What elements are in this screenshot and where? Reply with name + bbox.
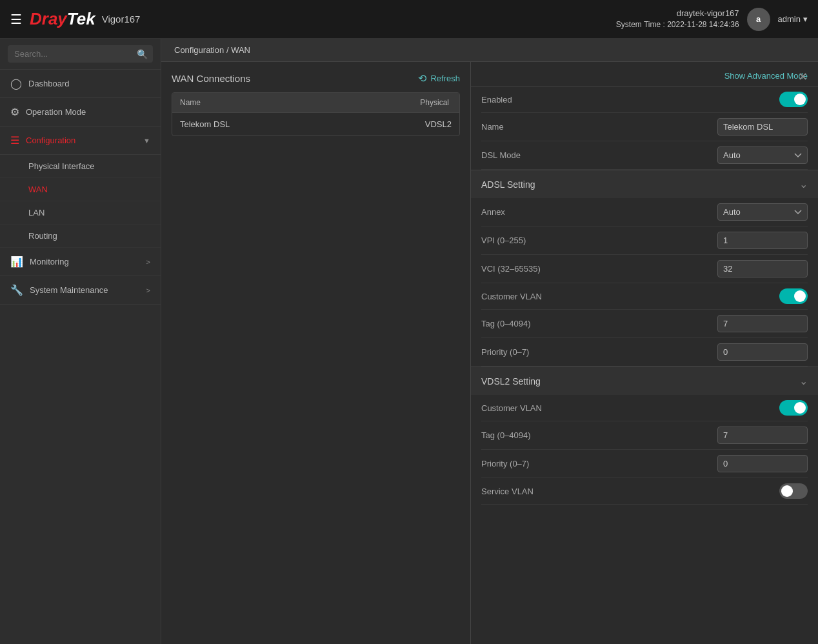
refresh-icon: ⟲ <box>418 72 426 85</box>
breadcrumb: Configuration / WAN <box>161 39 818 62</box>
logo: Dray Tek Vigor167 <box>30 9 140 29</box>
detail-panel: ✕ Show Advanced Mode Enabled <box>471 62 818 644</box>
wan-panel: WAN Connections ⟲ Refresh Name Physical … <box>161 62 471 644</box>
vdsl2-tag-input[interactable] <box>717 427 808 444</box>
sidebar-item-configuration[interactable]: ☰ Configuration ▼ <box>0 126 161 155</box>
basic-fields: Enabled Name <box>471 86 818 170</box>
detail-header: ✕ Show Advanced Mode <box>471 62 818 86</box>
vpi-label: VPI (0–255) <box>481 236 717 245</box>
vdsl2-customer-vlan-label: Customer VLAN <box>481 403 779 413</box>
refresh-button[interactable]: ⟲ Refresh <box>418 72 460 85</box>
service-vlan-toggle[interactable] <box>779 483 808 499</box>
sidebar-item-system-maintenance[interactable]: 🔧 System Maintenance > <box>0 276 161 305</box>
sidebar-item-dashboard[interactable]: ◯ Dashboard <box>0 70 161 98</box>
adsl-chevron-icon: ⌄ <box>799 178 808 190</box>
vdsl2-chevron-icon: ⌄ <box>799 375 808 387</box>
sidebar-subitem-lan[interactable]: LAN <box>0 201 161 225</box>
tag-label: Tag (0–4094) <box>481 319 717 328</box>
refresh-label: Refresh <box>430 74 460 83</box>
wan-table-header: Name Physical <box>172 93 459 112</box>
hostname: draytek-vigor167 <box>616 8 739 19</box>
sidebar-item-monitoring[interactable]: 📊 Monitoring > <box>0 248 161 276</box>
field-vdsl2-tag: Tag (0–4094) <box>481 421 808 450</box>
dsl-mode-select[interactable]: Auto ADSL VDSL2 <box>717 146 808 164</box>
avatar: a <box>747 8 770 31</box>
col-header-physical: Physical <box>420 98 452 107</box>
show-advanced-mode-button[interactable]: Show Advanced Mode <box>724 71 808 81</box>
vdsl2-fields: Customer VLAN Tag (0–4094) <box>471 395 818 505</box>
physical-interface-label: Physical Interface <box>28 161 95 171</box>
table-row[interactable]: Telekom DSL VDSL2 <box>172 112 459 136</box>
tag-input[interactable] <box>717 315 808 332</box>
system-maintenance-arrow-icon: > <box>146 287 150 294</box>
system-maintenance-icon: 🔧 <box>10 284 23 296</box>
field-vdsl2-customer-vlan: Customer VLAN <box>481 395 808 421</box>
logo-model: Vigor167 <box>102 14 141 25</box>
adsl-fields: Annex Auto A B M VPI (0–255) <box>471 198 818 367</box>
wan-connections-label: WAN Connections <box>172 73 250 84</box>
customer-vlan-toggle[interactable] <box>779 288 808 304</box>
operation-mode-icon: ⚙ <box>10 106 19 118</box>
navbar: ☰ Dray Tek Vigor167 draytek-vigor167 Sys… <box>0 0 818 39</box>
annex-label: Annex <box>481 207 717 217</box>
vdsl2-priority-input[interactable] <box>717 455 808 472</box>
field-annex: Annex Auto A B M <box>481 198 808 226</box>
system-time: System Time : 2022-11-28 14:24:36 <box>616 19 739 30</box>
vci-input[interactable] <box>717 260 808 277</box>
service-vlan-label: Service VLAN <box>481 487 779 496</box>
field-vci: VCI (32–65535) <box>481 255 808 283</box>
user-chevron-icon: ▾ <box>803 14 808 24</box>
vdsl2-customer-vlan-toggle[interactable] <box>779 400 808 416</box>
enabled-label: Enabled <box>481 95 779 105</box>
vdsl2-section-header[interactable]: VDSL2 Setting ⌄ <box>471 367 818 395</box>
vdsl2-section-label: VDSL2 Setting <box>481 376 541 387</box>
navbar-right: draytek-vigor167 System Time : 2022-11-2… <box>616 8 808 31</box>
field-vpi: VPI (0–255) <box>481 226 808 255</box>
main-content: Configuration / WAN WAN Connections ⟲ Re… <box>161 39 818 644</box>
configuration-arrow-icon: ▼ <box>143 137 150 145</box>
enabled-toggle[interactable] <box>779 92 808 107</box>
username-label: admin <box>778 14 801 24</box>
field-name: Name <box>481 113 808 141</box>
wan-table: Name Physical Telekom DSL VDSL2 <box>172 92 460 136</box>
field-enabled: Enabled <box>481 86 808 113</box>
priority-input[interactable] <box>717 343 808 361</box>
configuration-icon: ☰ <box>10 134 19 146</box>
name-label: Name <box>481 122 717 132</box>
adsl-section-label: ADSL Setting <box>481 179 535 190</box>
vpi-input[interactable] <box>717 232 808 249</box>
wan-label: WAN <box>28 185 48 194</box>
field-service-vlan: Service VLAN <box>481 478 808 505</box>
dsl-mode-label: DSL Mode <box>481 150 717 160</box>
vci-label: VCI (32–65535) <box>481 264 717 274</box>
wan-section-title: WAN Connections ⟲ Refresh <box>172 72 460 85</box>
search-input[interactable] <box>8 45 153 63</box>
sidebar-item-label: Operation Mode <box>26 107 86 117</box>
logo-tek: Tek <box>67 9 95 29</box>
sidebar-subitem-wan[interactable]: WAN <box>0 178 161 201</box>
sidebar-subitem-routing[interactable]: Routing <box>0 225 161 248</box>
user-dropdown[interactable]: admin ▾ <box>778 14 808 24</box>
priority-label: Priority (0–7) <box>481 347 717 357</box>
field-priority: Priority (0–7) <box>481 338 808 367</box>
sidebar: 🔍 ◯ Dashboard ⚙ Operation Mode ☰ Configu… <box>0 39 161 644</box>
annex-select[interactable]: Auto A B M <box>717 203 808 221</box>
sidebar-subitem-physical-interface[interactable]: Physical Interface <box>0 155 161 178</box>
field-customer-vlan: Customer VLAN <box>481 283 808 310</box>
sidebar-item-label: System Maintenance <box>30 285 108 295</box>
sidebar-item-operation-mode[interactable]: ⚙ Operation Mode <box>0 98 161 126</box>
adsl-section-header[interactable]: ADSL Setting ⌄ <box>471 170 818 198</box>
name-input[interactable] <box>717 118 808 136</box>
close-button[interactable]: ✕ <box>798 70 808 84</box>
main-layout: 🔍 ◯ Dashboard ⚙ Operation Mode ☰ Configu… <box>0 39 818 644</box>
field-tag: Tag (0–4094) <box>481 310 808 338</box>
col-header-name: Name <box>180 98 420 107</box>
row-physical: VDSL2 <box>425 119 452 129</box>
sidebar-item-label: Configuration <box>26 136 75 145</box>
lan-label: LAN <box>28 208 45 217</box>
content-area: WAN Connections ⟲ Refresh Name Physical … <box>161 62 818 644</box>
vdsl2-tag-label: Tag (0–4094) <box>481 430 717 440</box>
hamburger-menu[interactable]: ☰ <box>10 12 22 27</box>
vdsl2-priority-label: Priority (0–7) <box>481 459 717 468</box>
monitoring-arrow-icon: > <box>146 258 150 266</box>
